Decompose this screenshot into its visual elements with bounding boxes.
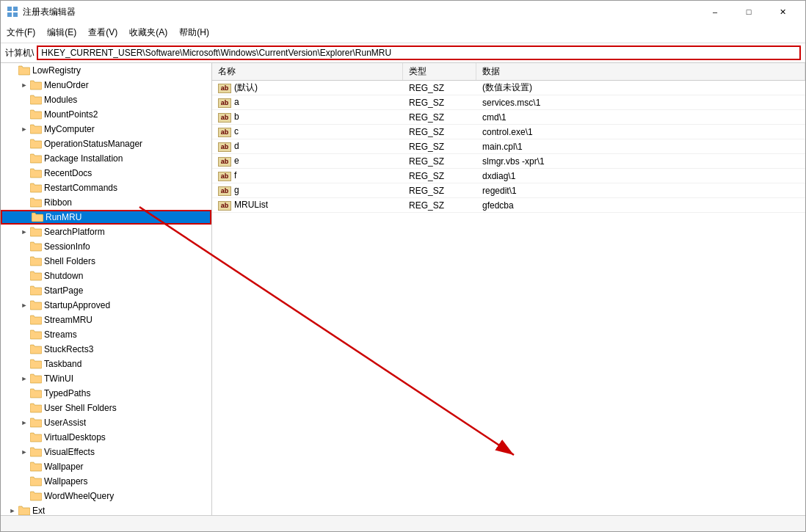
detail-scroll[interactable]: ab(默认) REG_SZ (数值未设置) aba REG_SZ service…	[212, 81, 805, 515]
folder-icon	[30, 403, 42, 413]
menu-view[interactable]: 查看(V)	[82, 24, 123, 41]
expander-icon[interactable]: ►	[18, 226, 30, 238]
detail-cell-type: REG_SZ	[403, 140, 476, 153]
tree-item-wallpapers[interactable]: Wallpapers	[1, 474, 211, 489]
tree-item-visualeffects[interactable]: ►VisualEffects	[1, 445, 211, 459]
expander-icon[interactable]: ►	[18, 123, 30, 135]
expander-placeholder	[18, 475, 30, 487]
tree-item-twinui[interactable]: ►TWinUI	[1, 371, 211, 386]
detail-row[interactable]: abb REG_SZ cmd\1	[212, 110, 805, 125]
tree-panel[interactable]: LowRegistry►MenuOrderModulesMountPoints2…	[1, 63, 212, 515]
tree-item-wallpaper[interactable]: Wallpaper	[1, 459, 211, 474]
tree-item-packageinstallation[interactable]: Package Installation	[1, 151, 211, 166]
menu-file[interactable]: 文件(F)	[1, 24, 41, 41]
tree-item-stuckrects3[interactable]: StuckRects3	[1, 342, 211, 357]
tree-item-ext[interactable]: ►Ext	[1, 503, 211, 515]
folder-icon	[30, 491, 42, 501]
tree-item-label: Ribbon	[44, 197, 72, 208]
tree-item-shellfolders[interactable]: Shell Folders	[1, 254, 211, 269]
main-content: LowRegistry►MenuOrderModulesMountPoints2…	[1, 63, 805, 515]
detail-row[interactable]: abd REG_SZ main.cpl\1	[212, 139, 805, 154]
menu-edit[interactable]: 编辑(E)	[41, 24, 82, 41]
detail-row[interactable]: ab(默认) REG_SZ (数值未设置)	[212, 81, 805, 95]
close-button[interactable]: ✕	[766, 1, 799, 23]
folder-icon	[30, 418, 42, 428]
detail-cell-name: abf	[212, 169, 403, 183]
detail-cell-data: main.cpl\1	[476, 140, 805, 153]
maximize-button[interactable]: □	[732, 1, 766, 23]
expander-placeholder	[18, 109, 30, 120]
tree-item-label: MyComputer	[44, 124, 95, 134]
tree-item-lowregistry[interactable]: LowRegistry	[1, 63, 211, 78]
expander-placeholder	[18, 402, 30, 414]
detail-row[interactable]: abMRUList REG_SZ gfedcba	[212, 198, 805, 213]
tree-item-taskband[interactable]: Taskband	[1, 357, 211, 371]
expander-icon[interactable]: ►	[18, 299, 30, 311]
tree-item-label: Ext	[32, 506, 45, 515]
tree-item-label: Modules	[44, 95, 77, 105]
tree-item-runmru[interactable]: RunMRU	[1, 210, 211, 225]
detail-row[interactable]: aba REG_SZ services.msc\1	[212, 95, 805, 110]
tree-item-typedpaths[interactable]: TypedPaths	[1, 386, 211, 401]
tree-item-modules[interactable]: Modules	[1, 92, 211, 107]
detail-cell-data: (数值未设置)	[476, 81, 805, 95]
tree-item-sessioninfo[interactable]: SessionInfo	[1, 239, 211, 254]
tree-item-searchplatform[interactable]: ►SearchPlatform	[1, 225, 211, 239]
detail-row[interactable]: abg REG_SZ regedit\1	[212, 183, 805, 198]
address-path[interactable]: HKEY_CURRENT_USER\Software\Microsoft\Win…	[37, 45, 801, 60]
detail-row[interactable]: abe REG_SZ slmgr.vbs -xpr\1	[212, 154, 805, 169]
expander-icon[interactable]: ►	[7, 505, 18, 515]
tree-item-startpage[interactable]: StartPage	[1, 283, 211, 298]
detail-cell-name: abb	[212, 110, 403, 124]
reg-type-icon: ab	[218, 142, 231, 152]
detail-row[interactable]: abf REG_SZ dxdiag\1	[212, 169, 805, 183]
folder-icon	[30, 359, 42, 369]
tree-item-label: UserAssist	[44, 418, 86, 428]
tree-item-streammru[interactable]: StreamMRU	[1, 313, 211, 327]
tree-item-mountpoints2[interactable]: MountPoints2	[1, 107, 211, 122]
detail-cell-type: REG_SZ	[403, 96, 476, 109]
tree-item-label: LowRegistry	[32, 65, 81, 76]
expander-icon[interactable]: ►	[18, 446, 30, 458]
expander-placeholder	[7, 65, 18, 76]
tree-item-wordwheelquery[interactable]: WordWheelQuery	[1, 489, 211, 503]
expander-icon[interactable]: ►	[18, 373, 30, 385]
menu-help[interactable]: 帮助(H)	[173, 24, 215, 41]
expander-icon[interactable]: ►	[18, 417, 30, 429]
tree-item-menuorder[interactable]: ►MenuOrder	[1, 78, 211, 92]
minimize-button[interactable]: –	[698, 1, 732, 23]
reg-type-icon: ab	[218, 128, 231, 137]
menu-favorites[interactable]: 收藏夹(A)	[123, 24, 173, 41]
tree-item-label: TWinUI	[44, 374, 73, 384]
tree-item-operationstatusmanager[interactable]: OperationStatusManager	[1, 136, 211, 151]
tree-item-mycomputer[interactable]: ►MyComputer	[1, 122, 211, 136]
tree-item-streams[interactable]: Streams	[1, 327, 211, 342]
tree-item-userassist[interactable]: ►UserAssist	[1, 415, 211, 430]
detail-cell-name: abd	[212, 139, 403, 153]
tree-item-label: OperationStatusManager	[44, 139, 142, 149]
detail-cell-name: abg	[212, 183, 403, 197]
tree-item-usershellfolders[interactable]: User Shell Folders	[1, 401, 211, 415]
detail-cell-data: services.msc\1	[476, 96, 805, 109]
tree-item-restartcommands[interactable]: RestartCommands	[1, 181, 211, 195]
detail-row[interactable]: abc REG_SZ control.exe\1	[212, 125, 805, 139]
folder-icon	[30, 227, 42, 237]
col-header-type[interactable]: 类型	[403, 63, 476, 80]
expander-placeholder	[18, 255, 30, 267]
tree-item-label: RunMRU	[46, 212, 81, 222]
reg-type-icon: ab	[218, 157, 231, 167]
tree-item-label: MountPoints2	[44, 109, 98, 120]
col-header-name[interactable]: 名称	[212, 63, 403, 80]
tree-item-ribbon[interactable]: Ribbon	[1, 195, 211, 210]
folder-icon	[32, 212, 43, 222]
tree-item-shutdown[interactable]: Shutdown	[1, 269, 211, 283]
tree-item-recentdocs[interactable]: RecentDocs	[1, 166, 211, 181]
col-header-data[interactable]: 数据	[476, 63, 805, 80]
tree-item-startupapproved[interactable]: ►StartupApproved	[1, 298, 211, 313]
expander-placeholder	[18, 329, 30, 340]
expander-icon[interactable]: ►	[18, 79, 30, 91]
folder-icon	[30, 315, 42, 325]
tree-item-virtualdesktops[interactable]: VirtualDesktops	[1, 430, 211, 445]
window-title: 注册表编辑器	[23, 6, 698, 18]
expander-placeholder	[20, 211, 32, 223]
